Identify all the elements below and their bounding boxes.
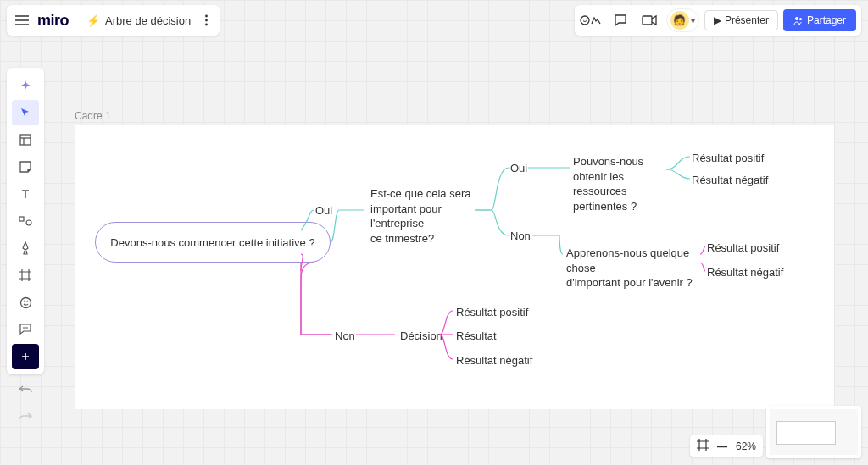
share-label: Partager [807,14,846,26]
tool-frame-icon[interactable] [12,263,39,288]
fit-icon[interactable] [697,439,709,453]
tool-templates-icon[interactable] [12,127,39,152]
comment-icon[interactable] [609,8,632,32]
tool-text-icon[interactable] [12,181,39,207]
node-q-resources[interactable]: Pouvons-nous obtenir les ressources pert… [573,154,666,213]
minimap-canvas [770,409,858,455]
people-icon [793,15,804,25]
header-left: miro ⚡ Arbre de décision [7,5,220,36]
tool-sticky-icon[interactable] [12,154,39,180]
svg-point-0 [205,15,208,18]
undo-icon[interactable] [15,379,36,400]
present-button[interactable]: ▶ Présenter [704,10,778,30]
node-non-1[interactable]: Non [335,329,355,344]
tool-ai-icon[interactable]: ✦ [12,73,39,98]
board-title[interactable]: Arbre de décision [105,14,191,27]
left-toolbar: ✦ [7,68,44,374]
node-oui-1[interactable]: Oui [315,203,332,219]
node-non-2[interactable]: Non [510,229,531,244]
divider [81,12,81,29]
redo-icon[interactable] [15,407,36,427]
menu-icon[interactable] [12,10,32,30]
share-button[interactable]: Partager [783,9,856,31]
svg-rect-9 [20,135,31,145]
svg-point-7 [795,17,798,20]
video-icon[interactable] [637,8,661,32]
zoom-level[interactable]: 62% [736,440,756,452]
tool-select-icon[interactable] [12,100,39,125]
node-learn-pos[interactable]: Résultat positif [707,241,779,256]
more-icon[interactable] [198,14,214,26]
svg-point-4 [583,19,584,19]
node-res-pos[interactable]: Résultat positif [692,151,764,166]
reactions-icon[interactable] [580,8,604,32]
node-dec-neg[interactable]: Résultat négatif [456,353,532,368]
root-node[interactable]: Devons-nous commencer cette initiative ? [95,222,331,263]
svg-point-8 [799,18,802,20]
node-res-neg[interactable]: Résultat négatif [692,173,768,188]
node-q-learn[interactable]: Apprenons-nous quelque chose d'important… [566,246,702,291]
logo: miro [37,12,69,30]
svg-point-1 [205,19,208,22]
tool-shapes-icon[interactable] [12,208,39,234]
minimap-viewport [776,421,836,445]
svg-rect-12 [19,217,24,221]
play-icon: ▶ [714,14,721,26]
node-dec-pos[interactable]: Résultat positif [456,305,528,320]
svg-rect-6 [643,16,652,25]
node-q-important[interactable]: Est-ce que cela sera important pour l'en… [370,186,481,246]
tool-emoji-icon[interactable] [12,290,39,315]
zoom-out-icon[interactable]: — [717,440,727,452]
svg-point-2 [205,24,208,26]
frame-label[interactable]: Cadre 1 [75,110,111,122]
tool-comment-icon[interactable] [12,317,39,342]
zoom-controls: — 62% [690,435,763,457]
svg-point-13 [26,220,31,225]
svg-point-5 [586,19,587,19]
node-learn-neg[interactable]: Résultat négatif [707,265,783,280]
svg-point-3 [581,16,589,25]
tool-more-icon[interactable] [12,344,39,369]
avatar: 🧑 [670,11,689,30]
present-label: Présenter [725,14,769,26]
minimap[interactable] [766,406,861,458]
chevron-down-icon: ▾ [691,16,695,25]
tool-pen-icon[interactable] [12,235,39,261]
svg-point-14 [20,297,31,307]
root-node-text: Devons-nous commencer cette initiative ? [110,236,314,249]
avatar-menu[interactable]: 🧑 ▾ [666,8,699,32]
node-decision[interactable]: Décision [400,329,442,344]
node-oui-2[interactable]: Oui [510,161,527,176]
header-right: 🧑 ▾ ▶ Présenter Partager [575,5,861,36]
node-dec-mid[interactable]: Résultat [456,329,497,344]
history-controls [7,379,44,427]
bolt-icon[interactable]: ⚡ [86,14,100,27]
